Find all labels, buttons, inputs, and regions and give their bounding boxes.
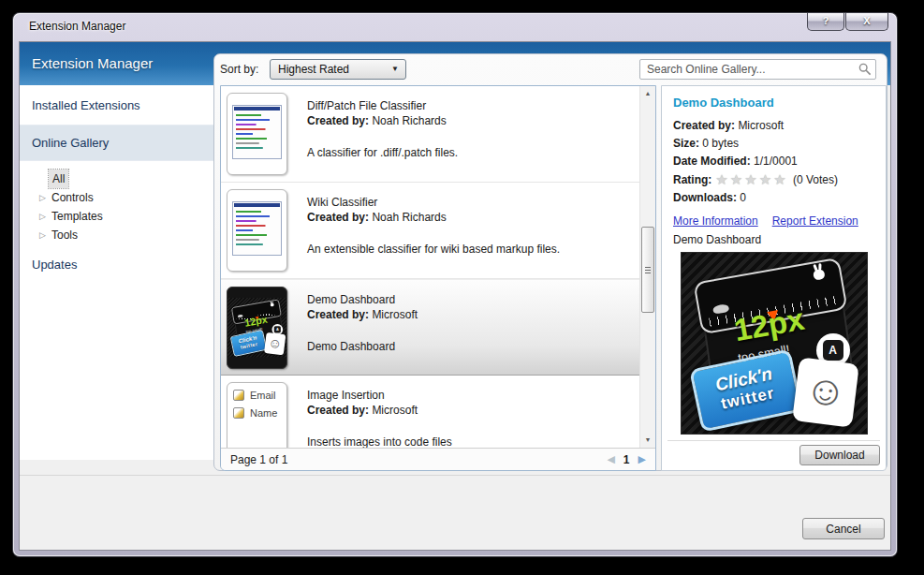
- thumb-name-label: Name: [250, 407, 277, 419]
- search-icon[interactable]: [858, 63, 872, 76]
- rating-label: Rating:: [673, 173, 711, 186]
- extension-author: Created by: Noah Richards: [307, 210, 639, 225]
- extension-author: Created by: Microsoft: [307, 307, 639, 322]
- author-name: Noah Richards: [372, 114, 446, 127]
- desktop: Extension Manager ? X Extension Manager …: [0, 0, 924, 575]
- download-button[interactable]: Download: [799, 445, 880, 465]
- page-title: Extension Manager: [32, 42, 153, 85]
- created-by-label: Created by:: [307, 114, 369, 127]
- thumb-row-name: Name: [233, 407, 286, 419]
- smiley-icon: ☺: [264, 332, 286, 355]
- details-created: Created by: Microsoft: [673, 117, 874, 135]
- extension-rows: Diff/Patch File Classifier Created by: N…: [221, 86, 639, 448]
- tree-item-label: All: [49, 170, 68, 188]
- list-item-image-insertion[interactable]: Email Name Image Insertion Create: [221, 376, 639, 448]
- pagination-bar: Page 1 of 1 ◀ 1 ▶: [221, 448, 655, 470]
- preview-image: size 12px too small! A Click'n twitter: [681, 252, 868, 435]
- created-by-label: Created by:: [307, 211, 369, 224]
- dialog-client: Extension Manager Installed Extensions O…: [19, 41, 891, 551]
- close-button[interactable]: X: [845, 13, 888, 31]
- titlebar[interactable]: Extension Manager ? X: [13, 13, 897, 41]
- details-panel: Demo Dashboard Created by: Microsoft Siz…: [661, 85, 887, 471]
- expander-icon[interactable]: ▷: [39, 207, 46, 226]
- sort-dropdown[interactable]: Highest Rated ▼: [270, 59, 406, 80]
- sidebar-item-online-gallery[interactable]: Online Gallery: [20, 125, 214, 161]
- list-item-diff-patch[interactable]: Diff/Patch File Classifier Created by: N…: [221, 86, 639, 183]
- window-controls: ? X: [806, 13, 888, 31]
- created-by-label: Created by:: [307, 404, 369, 417]
- tree-item-tools[interactable]: ▷ Tools: [20, 226, 214, 244]
- scrollbar-thumb[interactable]: [641, 227, 654, 313]
- vertical-scrollbar[interactable]: ▲ ▼: [639, 86, 655, 448]
- list-item-wiki-classifier[interactable]: Wiki Classifier Created by: Noah Richard…: [221, 183, 639, 279]
- extension-title: Diff/Patch File Classifier: [307, 98, 639, 113]
- content-panel: Sort by: Highest Rated ▼: [213, 53, 887, 471]
- star-icon: ★: [744, 171, 758, 187]
- author-name: Microsoft: [372, 308, 418, 321]
- sidebar-item-installed-extensions[interactable]: Installed Extensions: [20, 85, 214, 125]
- turtle-icon: [711, 303, 728, 315]
- search-box: [639, 59, 876, 80]
- list-item-text: Demo Dashboard Created by: Microsoft Dem…: [307, 280, 639, 354]
- extension-description: Demo Dashboard: [307, 340, 639, 354]
- tree-item-templates[interactable]: ▷ Templates: [20, 207, 214, 226]
- details-separator: [667, 440, 880, 441]
- category-tree: All ▷ Controls ▷ Templates ▷ Tools: [20, 161, 214, 248]
- smiley-icon: ☺: [792, 357, 859, 427]
- more-information-link[interactable]: More Information: [673, 214, 758, 228]
- thumb-email-label: Email: [250, 390, 276, 401]
- next-page-icon[interactable]: ▶: [638, 453, 646, 465]
- expander-icon[interactable]: ▷: [39, 188, 46, 207]
- tree-item-all[interactable]: All: [20, 170, 214, 188]
- letter-a-badge: A: [274, 326, 281, 332]
- extension-author: Created by: Microsoft: [307, 403, 639, 418]
- size-value: 0 bytes: [702, 137, 739, 150]
- page-edit-icon: [233, 407, 244, 419]
- sidebar-item-updates[interactable]: Updates: [20, 248, 214, 281]
- star-icon: ★: [759, 171, 773, 187]
- report-extension-link[interactable]: Report Extension: [772, 214, 858, 228]
- search-input[interactable]: [639, 59, 876, 80]
- date-modified-label: Date Modified:: [673, 155, 751, 168]
- details-title: Demo Dashboard: [673, 96, 874, 110]
- details-size: Size: 0 bytes: [673, 135, 874, 153]
- page-status: Page 1 of 1: [230, 453, 287, 466]
- extension-author: Created by: Noah Richards: [307, 113, 639, 128]
- extension-title: Wiki Classifier: [307, 195, 639, 210]
- date-modified-value: 1/1/0001: [754, 155, 798, 168]
- star-icon: ★: [715, 171, 729, 187]
- created-by-label: Created by:: [673, 119, 735, 132]
- extension-description: Inserts images into code files: [307, 435, 639, 448]
- size-label: Size:: [673, 137, 699, 150]
- prev-page-icon[interactable]: ◀: [607, 453, 614, 465]
- author-name: Microsoft: [372, 404, 418, 417]
- current-page-number[interactable]: 1: [623, 453, 630, 466]
- author-name: Noah Richards: [372, 211, 446, 224]
- rating-votes: (0 Votes): [793, 173, 838, 186]
- scroll-up-icon[interactable]: ▲: [640, 86, 655, 101]
- thumbnail-screenshot: [232, 105, 282, 159]
- details-modified: Date Modified: 1/1/0001: [673, 153, 874, 170]
- downloads-value: 0: [740, 191, 746, 204]
- tree-item-controls[interactable]: ▷ Controls: [20, 188, 214, 207]
- thumb-row-email: Email: [233, 390, 286, 401]
- letter-a-badge: A: [823, 340, 843, 361]
- list-item-text: Image Insertion Created by: Microsoft In…: [307, 376, 639, 448]
- sidebar: Installed Extensions Online Gallery All …: [20, 85, 214, 460]
- footer-separator: [20, 475, 890, 476]
- cancel-button[interactable]: Cancel: [802, 518, 885, 539]
- extension-thumbnail: [227, 93, 287, 175]
- expander-icon[interactable]: ▷: [39, 226, 46, 244]
- rating-stars: ★★★★★: [715, 171, 787, 187]
- preview-caption: Demo Dashboard: [673, 233, 874, 246]
- scroll-down-icon[interactable]: ▼: [640, 433, 655, 448]
- extension-thumbnail: [227, 189, 287, 272]
- list-item-demo-dashboard[interactable]: size 12px too small! A: [221, 279, 639, 376]
- extension-description: A classifier for .diff/.patch files.: [307, 146, 639, 160]
- thumbnail-screenshot: [232, 201, 282, 256]
- star-icon: ★: [773, 171, 787, 187]
- twitter-badge: Click'n twitter: [689, 348, 803, 432]
- help-button[interactable]: ?: [807, 13, 844, 31]
- details-links: More Information Report Extension: [673, 214, 874, 228]
- list-item-text: Diff/Patch File Classifier Created by: N…: [307, 86, 639, 160]
